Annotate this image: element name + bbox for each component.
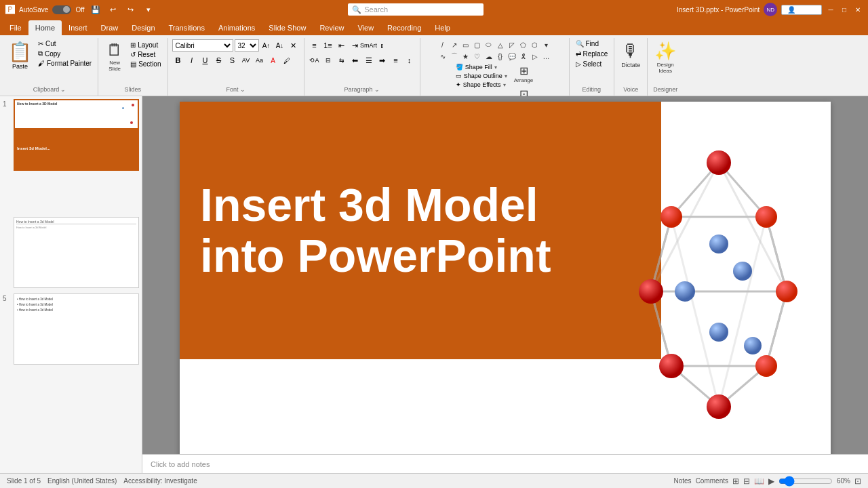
redo-icon[interactable]: ↪ xyxy=(124,3,138,16)
align-right-button[interactable]: ➡ xyxy=(376,54,389,66)
numbering-button[interactable]: 1≡ xyxy=(322,39,334,52)
increase-indent-button[interactable]: ⇥ xyxy=(349,39,361,52)
underline-button[interactable]: U xyxy=(199,54,212,66)
font-size-select[interactable]: 32 xyxy=(235,39,259,52)
copy-button[interactable]: ⧉ Copy xyxy=(36,49,94,58)
tab-draw[interactable]: Draw xyxy=(94,20,125,35)
tab-review[interactable]: Review xyxy=(313,20,351,35)
shape-effects-button[interactable]: ✦ Shape Effects ▾ xyxy=(453,81,510,89)
round-rect-shape[interactable]: ▢ xyxy=(472,39,483,50)
more-shapes2[interactable]: … xyxy=(541,51,552,62)
cloud-shape[interactable]: ☁ xyxy=(484,51,494,62)
window-maximize-button[interactable]: □ xyxy=(840,5,849,14)
increase-font-button[interactable]: A↑ xyxy=(260,39,273,52)
slide-sorter-icon[interactable]: ⊟ xyxy=(743,476,750,486)
shadow-button[interactable]: S xyxy=(226,54,239,66)
tab-home[interactable]: Home xyxy=(28,20,62,35)
tab-view[interactable]: View xyxy=(351,20,380,35)
slide-title-box[interactable]: Insert 3d Modelinto PowerPoint xyxy=(180,102,661,359)
shape-outline-button[interactable]: ▭ Shape Outline ▾ xyxy=(453,72,510,80)
strikethrough-button[interactable]: S xyxy=(213,54,225,66)
section-button[interactable]: ▤ Section xyxy=(128,60,163,68)
convert-smartart-button[interactable]: ⇆ xyxy=(336,54,348,66)
tab-recording[interactable]: Recording xyxy=(380,20,428,35)
slide-canvas[interactable]: Insert 3d Modelinto PowerPoint xyxy=(180,102,831,468)
decrease-indent-button[interactable]: ⇤ xyxy=(336,39,348,52)
clear-format-button[interactable]: ✕ xyxy=(288,39,300,52)
tab-insert[interactable]: Insert xyxy=(62,20,94,35)
arrow-shape[interactable]: ↗ xyxy=(449,39,460,50)
slide-thumb-1[interactable]: 1 How to Insert a 3D Model Insert 3d Mod… xyxy=(3,99,139,171)
reset-button[interactable]: ↺ Reset xyxy=(128,50,163,59)
more-shapes[interactable]: ▾ xyxy=(541,39,552,50)
new-slide-button[interactable]: 🗒 NewSlide xyxy=(102,39,127,73)
line-spacing-button[interactable]: ↕ xyxy=(403,54,416,66)
decrease-font-button[interactable]: A↓ xyxy=(274,39,286,52)
text-highlight-button[interactable]: 🖊 xyxy=(281,54,293,66)
save-icon[interactable]: 💾 xyxy=(89,3,102,16)
rect-shape[interactable]: ▭ xyxy=(460,39,471,50)
arrange-button[interactable]: ⊞ Arrange xyxy=(511,63,536,85)
callout-shape[interactable]: 💬 xyxy=(507,51,517,62)
notes-toggle[interactable]: Notes xyxy=(674,477,692,485)
normal-view-icon[interactable]: ⊞ xyxy=(732,476,739,486)
tab-animations[interactable]: Animations xyxy=(212,20,262,35)
slide-thumb-5[interactable]: 5 • How to Insert a 3d Model • How to In… xyxy=(3,293,139,365)
notes-area[interactable]: Click to add notes xyxy=(142,454,868,473)
align-center-button[interactable]: ☰ xyxy=(363,54,375,66)
hex-shape[interactable]: ⬡ xyxy=(530,39,540,50)
heart-shape[interactable]: ♡ xyxy=(472,51,483,62)
replace-button[interactable]: ⇄ Replace xyxy=(574,49,610,58)
zoom-slider[interactable] xyxy=(778,476,833,486)
clipboard-launcher-icon[interactable]: ⌄ xyxy=(60,86,66,93)
connector-shape[interactable]: ⌒ xyxy=(449,51,460,62)
italic-button[interactable]: I xyxy=(186,54,198,66)
curve-shape[interactable]: ∿ xyxy=(437,51,448,62)
char-spacing-button[interactable]: AV xyxy=(240,54,252,66)
window-close-button[interactable]: ✕ xyxy=(853,5,863,14)
action-shape[interactable]: ▷ xyxy=(530,51,540,62)
tab-file[interactable]: File xyxy=(3,20,28,35)
comments-toggle[interactable]: Comments xyxy=(696,477,728,485)
reuse-slides-button[interactable]: ⊞ Layout xyxy=(128,41,163,49)
paragraph-launcher-icon[interactable]: ⌄ xyxy=(374,86,380,93)
oval-shape[interactable]: ⬭ xyxy=(484,39,494,50)
font-launcher-icon[interactable]: ⌄ xyxy=(240,86,245,93)
justify-button[interactable]: ≡ xyxy=(390,54,402,66)
undo-icon[interactable]: ↩ xyxy=(106,3,120,16)
change-case-button[interactable]: Aa xyxy=(254,54,266,66)
paste-button[interactable]: 📋 Paste xyxy=(5,39,35,71)
bullets-button[interactable]: ≡ xyxy=(309,39,321,52)
autosave-toggle[interactable] xyxy=(52,5,71,14)
columns-button[interactable]: ⫾ xyxy=(376,39,389,52)
tab-slideshow[interactable]: Slide Show xyxy=(262,20,313,35)
window-minimize-button[interactable]: ─ xyxy=(826,5,835,14)
slide-show-icon[interactable]: ▶ xyxy=(768,476,774,486)
align-text-button[interactable]: ⊟ xyxy=(322,54,334,66)
banner-shape[interactable]: 🎗 xyxy=(518,51,529,62)
tab-design[interactable]: Design xyxy=(125,20,161,35)
more-options-icon[interactable]: ▾ xyxy=(142,3,155,16)
font-name-select[interactable]: Calibri xyxy=(172,39,233,52)
bold-button[interactable]: B xyxy=(172,54,184,66)
bracket-shape[interactable]: {} xyxy=(495,51,506,62)
dictate-button[interactable]: 🎙 Dictate xyxy=(618,39,643,70)
format-painter-button[interactable]: 🖌 Format Painter xyxy=(36,59,94,68)
smartart-button[interactable]: SmArt xyxy=(363,39,375,52)
pentagon-shape[interactable]: ⬠ xyxy=(518,39,529,50)
design-ideas-button[interactable]: ✨ DesignIdeas xyxy=(652,39,679,75)
select-button[interactable]: ▷ Select xyxy=(574,60,604,68)
align-left-button[interactable]: ⬅ xyxy=(349,54,361,66)
line-shape[interactable]: / xyxy=(437,39,448,50)
font-color-button[interactable]: A xyxy=(267,54,279,66)
3d-model[interactable] xyxy=(614,129,824,441)
slide-thumb-4[interactable]: How to Insert a 3d Model How to Insert a… xyxy=(3,217,139,288)
text-direction-button[interactable]: ⟲A xyxy=(309,54,321,66)
search-box[interactable]: 🔍 Search xyxy=(348,3,484,16)
triangle-shape[interactable]: △ xyxy=(495,39,506,50)
find-button[interactable]: 🔍 Find xyxy=(574,39,601,48)
shape-fill-button[interactable]: 🪣 Shape Fill ▾ xyxy=(453,63,510,71)
reading-view-icon[interactable]: 📖 xyxy=(754,476,764,486)
fit-window-button[interactable]: ⊡ xyxy=(854,476,861,486)
share-button[interactable]: 👤 Share xyxy=(781,5,822,15)
